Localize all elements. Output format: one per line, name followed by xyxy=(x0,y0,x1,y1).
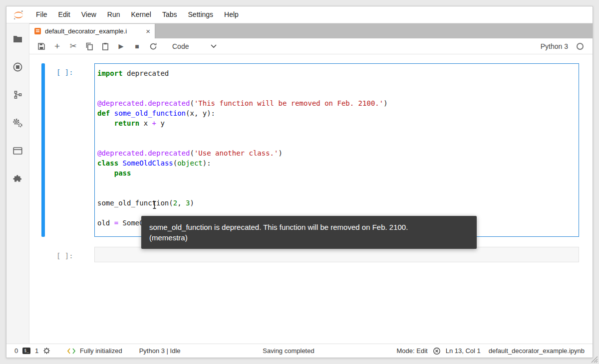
code-line xyxy=(97,128,575,138)
lsp-status-icon xyxy=(67,348,75,354)
running-kernels-icon xyxy=(13,62,22,72)
editor-mode: Mode: Edit xyxy=(397,347,428,355)
input-prompt: [ ]: xyxy=(56,247,88,262)
jupyterlab-window: FileEditViewRunKernelTabsSettingsHelp xyxy=(6,6,593,358)
restart-kernel-button[interactable] xyxy=(146,40,160,53)
menu-item-file[interactable]: File xyxy=(30,6,53,23)
notebook-icon xyxy=(34,27,41,35)
notebook-toolbar: + ✂ ▶ ■ Code xyxy=(29,38,593,54)
copy-cells-button[interactable] xyxy=(82,40,96,53)
menu-item-run[interactable]: Run xyxy=(102,6,126,23)
puzzle-icon xyxy=(13,174,22,183)
code-line: pass xyxy=(97,168,575,178)
plus-icon: + xyxy=(54,41,60,52)
kernel-state[interactable]: Python 3 | Idle xyxy=(139,347,181,355)
clipboard-icon xyxy=(101,42,109,50)
save-button[interactable] xyxy=(34,40,48,53)
deprecation-tooltip: some_old_function is deprecated. This fu… xyxy=(141,216,477,249)
lsp-status[interactable]: Fully initialized xyxy=(67,347,122,355)
main-area: default_decorator_example.i × + ✂ xyxy=(6,23,593,344)
code-line xyxy=(97,188,575,198)
code-line xyxy=(97,138,575,148)
jupyter-logo-icon xyxy=(6,9,30,21)
cell-type-value: Code xyxy=(172,42,189,50)
stop-icon: ■ xyxy=(135,42,139,50)
cut-cells-button[interactable]: ✂ xyxy=(66,40,80,53)
kernel-name[interactable]: Python 3 xyxy=(541,42,568,50)
menu-item-kernel[interactable]: Kernel xyxy=(125,6,156,23)
status-bar: 0 $_ 1 Fully initialized Python 3 | Idle… xyxy=(6,344,593,358)
menu-bar: FileEditViewRunKernelTabsSettingsHelp xyxy=(6,6,593,23)
cell-type-dropdown[interactable]: Code xyxy=(170,41,219,51)
notebook-area: [ ]: import deprecated @deprecated.depre… xyxy=(29,54,593,344)
code-line: @deprecated.deprecated('Use another clas… xyxy=(97,148,575,158)
git-panel-button[interactable] xyxy=(10,87,26,102)
mouse-text-cursor-icon xyxy=(152,201,157,211)
code-editor[interactable]: import deprecated @deprecated.deprecated… xyxy=(94,63,579,237)
trust-indicator-icon xyxy=(433,347,441,355)
menu-item-settings[interactable]: Settings xyxy=(183,6,219,23)
file-browser-button[interactable] xyxy=(10,31,26,46)
interrupt-kernel-button[interactable]: ■ xyxy=(130,40,144,53)
menu-items: FileEditViewRunKernelTabsSettingsHelp xyxy=(30,6,244,23)
code-line: return x + y xyxy=(97,118,575,128)
restart-icon xyxy=(149,42,157,50)
open-tabs-button[interactable] xyxy=(10,143,26,158)
menu-item-help[interactable]: Help xyxy=(219,6,244,23)
code-line: def some_old_function(x, y): xyxy=(97,108,575,118)
code-line xyxy=(97,88,575,98)
cell-collapser[interactable] xyxy=(41,247,45,262)
code-cell-2: [ ]: xyxy=(41,247,579,262)
kernel-sessions-icon xyxy=(43,347,50,355)
paste-cells-button[interactable] xyxy=(98,40,112,53)
code-cell-1: [ ]: import deprecated @deprecated.depre… xyxy=(41,63,579,237)
code-line: @deprecated.deprecated('This function wi… xyxy=(97,98,575,108)
running-sessions-button[interactable] xyxy=(10,59,26,74)
cursor-position[interactable]: Ln 13, Col 1 xyxy=(446,347,481,355)
folder-icon xyxy=(13,35,22,43)
terminal-count: 0 xyxy=(14,347,18,355)
tab-bar: default_decorator_example.i × xyxy=(29,23,593,38)
run-icon: ▶ xyxy=(119,42,124,50)
tab-title: default_decorator_example.i xyxy=(45,27,142,35)
run-cell-button[interactable]: ▶ xyxy=(114,40,128,53)
left-sidebar xyxy=(6,23,29,344)
terminal-icon: $_ xyxy=(22,348,30,354)
code-lines: import deprecated @deprecated.deprecated… xyxy=(97,68,575,228)
gears-icon xyxy=(12,118,23,128)
add-cell-button[interactable]: + xyxy=(50,40,64,53)
extension-manager-button[interactable] xyxy=(10,171,26,186)
empty-code-editor[interactable] xyxy=(94,247,579,262)
kernel-count: 1 xyxy=(35,347,38,355)
menu-item-view[interactable]: View xyxy=(76,6,102,23)
content-column: default_decorator_example.i × + ✂ xyxy=(29,23,593,344)
save-icon xyxy=(37,42,45,50)
copy-icon xyxy=(85,42,93,50)
save-notification: Saving completed xyxy=(263,347,314,355)
code-line: class SomeOldClass(object): xyxy=(97,158,575,168)
tooltip-line-2: (memestra) xyxy=(149,232,469,243)
tooltip-line-1: some_old_function is deprecated. This fu… xyxy=(149,222,469,232)
menu-item-tabs[interactable]: Tabs xyxy=(157,6,183,23)
scissors-icon: ✂ xyxy=(69,41,76,51)
resize-grip[interactable] xyxy=(591,356,598,363)
code-line: import deprecated xyxy=(97,68,575,78)
chevron-down-icon xyxy=(211,44,217,48)
active-filename: default_decorator_example.ipynb xyxy=(489,347,585,355)
git-branch-icon xyxy=(13,90,22,99)
code-line: some_old_function(2, 3) xyxy=(97,198,575,208)
sessions-status[interactable]: 0 $_ 1 xyxy=(14,347,50,355)
menu-item-edit[interactable]: Edit xyxy=(53,6,76,23)
tab-close-icon[interactable]: × xyxy=(146,27,150,35)
lsp-status-text: Fully initialized xyxy=(80,347,122,355)
input-prompt: [ ]: xyxy=(56,63,88,237)
tab-notebook[interactable]: default_decorator_example.i × xyxy=(29,24,155,38)
kernel-status-indicator[interactable] xyxy=(577,43,584,50)
code-line xyxy=(97,178,575,188)
property-inspector-button[interactable] xyxy=(10,115,26,130)
code-line xyxy=(97,78,575,88)
cell-collapser[interactable] xyxy=(41,63,45,237)
window-icon xyxy=(13,147,22,155)
desktop-frame: FileEditViewRunKernelTabsSettingsHelp xyxy=(0,0,599,364)
